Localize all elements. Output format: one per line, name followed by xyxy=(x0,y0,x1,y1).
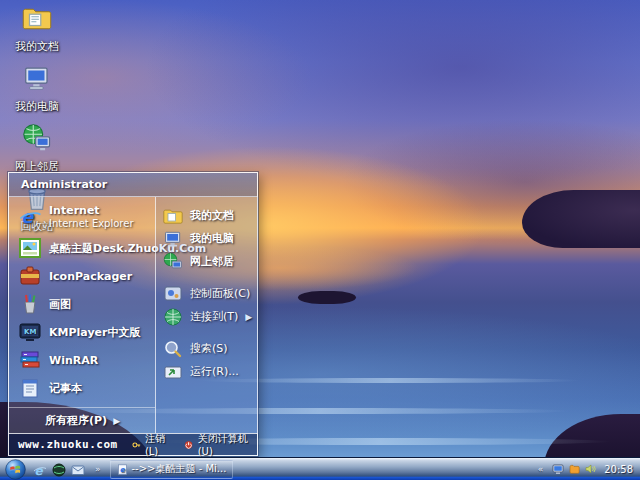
quick-launch: e » xyxy=(33,462,106,476)
tray-display-icon[interactable] xyxy=(552,463,564,475)
rock-outcrop-right xyxy=(522,190,640,248)
menu-item-my-documents[interactable]: 我的文档 xyxy=(156,204,259,227)
menu-item-label: 我的电脑 xyxy=(190,231,234,246)
menu-item-internet[interactable]: e InternetInternet Explorer xyxy=(9,200,155,234)
tray-security-icon[interactable] xyxy=(568,463,580,475)
menu-item-connect-to[interactable]: 连接到(T) ▶ xyxy=(156,305,259,328)
menu-item-paint[interactable]: 画图 xyxy=(9,290,155,318)
menu-item-network-places[interactable]: 网上邻居 xyxy=(156,250,259,273)
menu-item-kmplayer[interactable]: KM KMPlayer中文版 xyxy=(9,318,155,346)
svg-text:KM: KM xyxy=(24,328,36,336)
menu-item-label: 搜索(S) xyxy=(190,341,228,356)
submenu-arrow-icon: ▶ xyxy=(245,312,255,322)
tray-volume-icon[interactable] xyxy=(584,463,596,475)
task-label: -->>桌酷主题 - Mi... xyxy=(132,462,227,476)
menu-item-label: KMPlayer中文版 xyxy=(49,325,140,340)
start-menu-places: 我的文档 我的电脑 网上邻居 控制面板(C) 连接到(T) ▶ xyxy=(155,197,259,433)
my-computer-icon xyxy=(163,229,183,249)
menu-item-label: IconPackager xyxy=(49,270,132,283)
menu-item-label: 记事本 xyxy=(49,381,82,396)
start-menu-user: Administrator xyxy=(9,173,257,197)
menu-item-label: 连接到(T) xyxy=(190,309,238,324)
iconpackager-icon xyxy=(18,264,42,288)
kmplayer-icon: KM xyxy=(18,320,42,344)
connect-to-icon xyxy=(163,307,183,327)
system-tray: « 20:58 xyxy=(533,463,640,475)
zhuoku-theme-icon xyxy=(18,236,42,260)
quicklaunch-globe-icon[interactable] xyxy=(52,462,66,476)
quicklaunch-mail-icon[interactable] xyxy=(71,462,85,476)
shutdown-button[interactable]: 关闭计算机(U) xyxy=(184,432,248,457)
desktop-screen: 我的文档 我的电脑 网上邻居 回收站 Administrator e Inter… xyxy=(0,0,640,480)
zhuoku-website-link[interactable]: www.zhuoku.com xyxy=(18,438,118,451)
notepad-icon xyxy=(18,376,42,400)
desktop-icon-label: 我的电脑 xyxy=(15,99,59,114)
taskbar-task-zhuoku[interactable]: e -->>桌酷主题 - Mi... xyxy=(110,460,234,479)
submenu-arrow-icon: ▶ xyxy=(113,416,120,426)
menu-item-label: 网上邻居 xyxy=(190,254,234,269)
menu-item-label: 运行(R)... xyxy=(190,364,239,379)
logoff-label: 注销(L) xyxy=(145,432,171,457)
desktop-icon-network-places[interactable]: 网上邻居 xyxy=(0,123,74,174)
tray-clock[interactable]: 20:58 xyxy=(604,464,633,475)
logoff-button[interactable]: 注销(L) xyxy=(132,432,171,457)
menu-item-label: 画图 xyxy=(49,297,71,312)
menu-item-sublabel: Internet Explorer xyxy=(49,218,134,230)
search-icon xyxy=(163,339,183,359)
control-panel-icon xyxy=(163,284,183,304)
menu-item-notepad[interactable]: 记事本 xyxy=(9,374,155,402)
start-menu-footer: www.zhuoku.com 注销(L) 关闭计算机(U) xyxy=(9,433,257,455)
menu-item-run[interactable]: 运行(R)... xyxy=(156,360,259,383)
my-documents-icon xyxy=(163,206,183,226)
menu-item-label: WinRAR xyxy=(49,354,98,367)
all-programs-button[interactable]: 所有程序(P) ▶ xyxy=(9,407,155,433)
menu-item-label: Internet xyxy=(49,205,134,218)
menu-item-label: 控制面板(C) xyxy=(190,286,250,301)
network-places-icon xyxy=(22,123,52,157)
menu-item-search[interactable]: 搜索(S) xyxy=(156,337,259,360)
shutdown-label: 关闭计算机(U) xyxy=(198,432,248,457)
ie-page-icon: e xyxy=(117,464,128,475)
start-menu-pinned-programs: e InternetInternet Explorer 桌酷主题Desk.Zhu… xyxy=(9,197,155,433)
paint-icon xyxy=(18,292,42,316)
start-menu-body: e InternetInternet Explorer 桌酷主题Desk.Zhu… xyxy=(9,197,257,433)
rock-mid xyxy=(298,291,356,304)
menu-item-my-computer[interactable]: 我的电脑 xyxy=(156,227,259,250)
start-menu: Administrator e InternetInternet Explore… xyxy=(8,172,258,456)
winrar-icon xyxy=(18,348,42,372)
network-places-icon xyxy=(163,252,183,272)
menu-item-winrar[interactable]: WinRAR xyxy=(9,346,155,374)
svg-text:e: e xyxy=(35,464,44,478)
taskbar: e » e -->>桌酷主题 - Mi... « 20:58 xyxy=(0,457,640,480)
menu-item-zhuoku-theme[interactable]: 桌酷主题Desk.ZhuoKu.Com xyxy=(9,234,155,262)
tray-collapse-chevron-icon[interactable]: « xyxy=(538,464,544,474)
start-button[interactable] xyxy=(5,459,26,480)
run-icon xyxy=(163,362,183,382)
desktop-icon-my-documents[interactable]: 我的文档 xyxy=(0,3,74,54)
quicklaunch-overflow-chevron-icon[interactable]: » xyxy=(95,464,101,474)
desktop-icon-my-computer[interactable]: 我的电脑 xyxy=(0,63,74,114)
internet-explorer-icon: e xyxy=(18,205,42,229)
quicklaunch-internet-explorer-icon[interactable]: e xyxy=(33,462,47,476)
my-computer-icon xyxy=(22,63,52,97)
desktop-icon-label: 我的文档 xyxy=(15,39,59,54)
logoff-key-icon xyxy=(132,439,141,451)
menu-item-label: 我的文档 xyxy=(190,208,234,223)
menu-item-iconpackager[interactable]: IconPackager xyxy=(9,262,155,290)
my-documents-icon xyxy=(22,3,52,37)
menu-item-control-panel[interactable]: 控制面板(C) xyxy=(156,282,259,305)
windows-orb-icon xyxy=(5,459,26,480)
power-icon xyxy=(184,439,193,451)
all-programs-label: 所有程序(P) xyxy=(45,413,107,428)
